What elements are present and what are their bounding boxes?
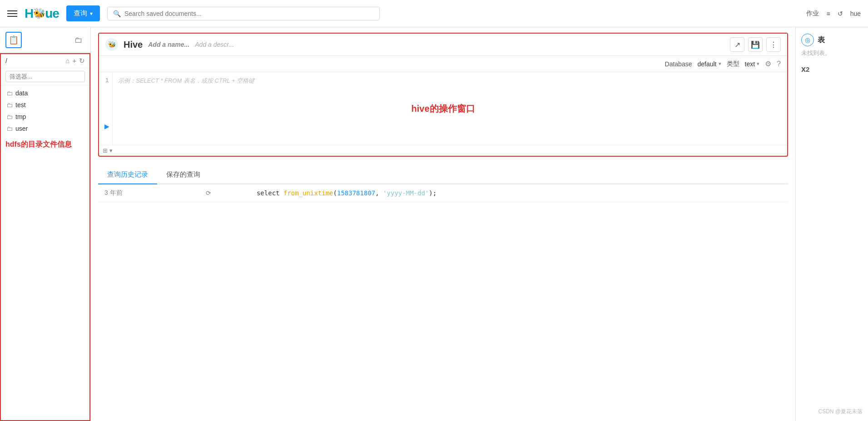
sidebar-folder-icon[interactable]: 🗀 — [72, 34, 85, 46]
hive-header-actions: ↗ 💾 ⋮ — [730, 37, 781, 52]
dir-test-label: test — [15, 101, 26, 109]
hamburger-menu[interactable] — [7, 10, 17, 17]
dir-item-tmp[interactable]: 🗀 tmp — [1, 111, 89, 123]
type-label: 类型 — [727, 60, 739, 68]
database-select[interactable]: default ▾ — [697, 60, 721, 68]
navbar: H 🐝 ue 查询 ▾ 🔍 作业 ≡ ↺ hue — [0, 0, 868, 27]
type-dropdown-icon: ▾ — [757, 61, 759, 67]
sidebar-annotation: hdfs的目录文件信息 — [1, 136, 89, 153]
type-value: text — [745, 60, 755, 68]
dir-data-label: data — [15, 89, 28, 97]
sql-keyword: select — [257, 189, 283, 197]
logo-h: H — [25, 6, 33, 21]
sql-end: ); — [429, 189, 436, 197]
hive-editor-toolbar: Database default ▾ 类型 text ▾ ⚙ ? — [99, 56, 787, 72]
table-section-label: 表 — [818, 35, 825, 45]
more-icon: ⋮ — [770, 40, 777, 49]
hive-desc-input[interactable]: Add a descr... — [195, 41, 234, 48]
search-icon: 🔍 — [113, 10, 121, 17]
right-panel-table-section: ◎ 表 未找到表。 — [801, 34, 863, 57]
query-tabs: 查询历史记录 保存的查询 — [98, 166, 788, 184]
navbar-right: 作业 ≡ ↺ hue — [806, 10, 861, 18]
hive-chart-button[interactable]: ↗ — [730, 37, 744, 52]
code-editor-input[interactable]: 示例：SELECT * FROM 表名，或按 CTRL + 空格键 — [113, 72, 787, 145]
chart-icon: ↗ — [734, 40, 740, 49]
table-section-icon[interactable]: ◎ — [801, 34, 814, 46]
refresh-icon[interactable]: ↻ — [79, 57, 85, 65]
hive-code-area: 1 示例：SELECT * FROM 表名，或按 CTRL + 空格键 hive… — [99, 72, 787, 145]
folder-user-icon: 🗀 — [6, 125, 13, 132]
history-status-icon: ⟳ — [199, 184, 250, 202]
hive-editor: 🐝 Hive Add a name... Add a descr... ↗ 💾 … — [98, 33, 788, 157]
add-path-icon[interactable]: + — [72, 57, 76, 65]
history-sql[interactable]: select from_unixtime(1583781807, 'yyyy-M… — [250, 184, 788, 202]
code-bottom-bar: ⊞ ▾ — [99, 145, 787, 156]
query-button-label: 查询 — [74, 9, 87, 18]
home-icon[interactable]: ⌂ — [65, 57, 69, 65]
hive-title: Hive — [124, 40, 143, 50]
code-line-number: 1 — [99, 72, 113, 145]
folder-data-icon: 🗀 — [6, 89, 13, 97]
user-menu[interactable]: hue — [850, 10, 861, 17]
search-box[interactable]: 🔍 — [107, 7, 380, 20]
files-tab-icon: 📋 — [9, 35, 19, 45]
help-icon[interactable]: ? — [777, 60, 781, 68]
search-input[interactable] — [124, 10, 374, 17]
folder-tmp-icon: 🗀 — [6, 113, 13, 120]
code-bottom-icons: ⊞ ▾ — [103, 147, 113, 154]
tab-query-history[interactable]: 查询历史记录 — [98, 166, 157, 184]
dir-item-user[interactable]: 🗀 user — [1, 123, 89, 134]
query-dropdown-arrow-icon: ▾ — [90, 10, 93, 17]
bottom-credit: CSDN @夏花未落 — [818, 408, 863, 416]
history-icon[interactable]: ↺ — [838, 10, 843, 17]
settings-icon[interactable]: ⚙ — [765, 59, 771, 68]
dir-user-label: user — [15, 125, 28, 132]
dir-tmp-label: tmp — [15, 113, 26, 120]
x2-label: x2 — [801, 64, 863, 74]
sidebar-tabs: 📋 🗀 — [0, 27, 90, 53]
sql-paren: ( — [333, 189, 337, 197]
hive-logo-icon: 🐝 — [105, 38, 118, 51]
sql-str: 'yyyy-MM-dd' — [383, 189, 429, 197]
tab-saved-queries[interactable]: 保存的查询 — [157, 166, 209, 184]
main-content: 🐝 Hive Add a name... Add a descr... ↗ 💾 … — [91, 27, 795, 421]
logo-bee-icon: 🐝 — [33, 8, 45, 20]
filter-input[interactable] — [5, 71, 85, 82]
sidebar-filter[interactable] — [1, 68, 89, 85]
database-dropdown-icon: ▾ — [719, 61, 721, 67]
tab-history-label: 查询历史记录 — [107, 170, 148, 178]
dir-item-test[interactable]: 🗀 test — [1, 99, 89, 111]
list-icon[interactable]: ≡ — [826, 10, 830, 17]
logo-ue: ue — [45, 6, 59, 21]
folder-test-icon: 🗀 — [6, 101, 13, 109]
hive-save-button[interactable]: 💾 — [748, 37, 763, 52]
jobs-link[interactable]: 作业 — [806, 10, 819, 18]
folder-icon: 🗀 — [74, 35, 83, 45]
sidebar-path: / ⌂ + ↻ — [1, 54, 89, 68]
query-button[interactable]: 查询 ▾ — [66, 5, 100, 21]
sidebar-filesystem: / ⌂ + ↻ 🗀 data 🗀 test — [0, 53, 90, 421]
path-label: / — [5, 57, 7, 64]
run-query-button[interactable]: ▶ — [102, 121, 112, 131]
type-select[interactable]: text ▾ — [745, 60, 760, 68]
path-actions: ⌂ + ↻ — [65, 57, 85, 65]
x2-superscript: 2 — [806, 65, 809, 73]
table-empty-message: 未找到表。 — [801, 49, 863, 57]
sidebar-dirs: 🗀 data 🗀 test 🗀 tmp 🗀 user — [1, 85, 89, 136]
sql-comma: , — [375, 189, 383, 197]
hive-more-button[interactable]: ⋮ — [766, 37, 781, 52]
tab-saved-label: 保存的查询 — [166, 170, 200, 178]
right-panel-x2-section: x2 — [801, 64, 863, 74]
sql-func: from_unixtime — [283, 189, 333, 197]
database-label: Database — [665, 60, 692, 68]
code-expand-icon[interactable]: ▾ — [109, 147, 113, 154]
code-format-icon[interactable]: ⊞ — [103, 147, 108, 154]
history-time: 3 年前 — [98, 184, 199, 202]
right-panel: ◎ 表 未找到表。 x2 — [795, 27, 868, 421]
hive-name-input[interactable]: Add a name... — [148, 41, 189, 48]
dir-item-data[interactable]: 🗀 data — [1, 87, 89, 99]
sidebar-tab-files[interactable]: 📋 — [5, 32, 22, 48]
query-history-table: 3 年前 ⟳ select from_unixtime(1583781807, … — [98, 184, 788, 202]
save-icon: 💾 — [751, 40, 760, 49]
hive-editor-header: 🐝 Hive Add a name... Add a descr... ↗ 💾 … — [99, 34, 787, 56]
